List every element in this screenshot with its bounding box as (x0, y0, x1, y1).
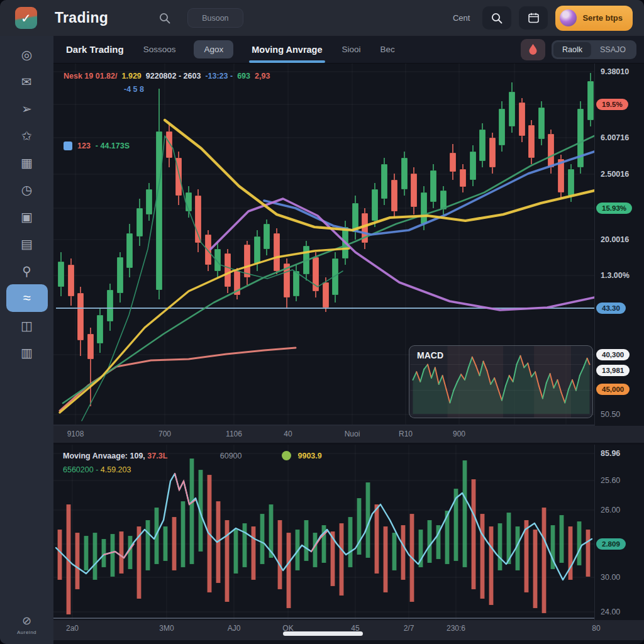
bottom-legend-red: 37.3L (147, 452, 167, 460)
sidebar-item-chat[interactable]: ✉ (0, 68, 53, 95)
tab-auto[interactable]: Agox (194, 40, 233, 58)
axis-time-label: R10 (399, 430, 413, 438)
sidebar-item-panel[interactable]: ▣ (0, 203, 53, 230)
avatar (560, 9, 577, 26)
axis-price-label: 6.00716 (601, 133, 629, 142)
bottom-price-axis: 85.9625.6026.002.80930.0024.00 (594, 445, 644, 620)
sidebar-item-star[interactable]: ✩ (0, 122, 53, 149)
sidebar-item-search[interactable]: ⚲ (0, 257, 53, 284)
axis-price-label: 26.00 (601, 506, 620, 514)
axis-price-label: 2.50016 (601, 170, 629, 179)
user-button-label: Serte btps (582, 13, 623, 23)
bar-chart-icon: ▦ (21, 155, 33, 170)
price-badge: 15.93% (596, 203, 632, 214)
axis-time-label: 40 (284, 430, 292, 438)
axis-time-label: 2/7 (404, 624, 414, 633)
axis-time-label: Nuoi (345, 430, 360, 438)
sidebar-bottom-label: Aureind (0, 630, 53, 635)
price-badge: 43.30 (596, 303, 626, 314)
axis-price-label: 24.00 (601, 608, 620, 616)
legend-value-red: 123 (77, 142, 91, 150)
axis-price-label: 85.96 (601, 449, 620, 458)
legend-seg-1: 1.929 (122, 72, 142, 80)
sidebar-item-trend[interactable]: ➢ (0, 95, 53, 122)
legend-seg-2: 9220802 - 2603 (146, 72, 201, 80)
axis-price-label: 1.3.00% (601, 271, 630, 280)
axis-price-label: 50.50 (601, 410, 620, 419)
bottom-legend-yellow: 9903.9 (298, 452, 322, 460)
search-box-button[interactable]: Busoon (187, 8, 243, 28)
view-toggle: Raolk SSAJO (552, 40, 636, 59)
sidebar-item-clock[interactable]: ◷ (0, 176, 53, 203)
tab-sessions[interactable]: Sossoos (142, 41, 177, 58)
macd-inset-panel[interactable]: MACD (409, 345, 593, 418)
pin-button[interactable] (521, 39, 545, 60)
bottom-legend-green2: 6560200 - (63, 465, 98, 474)
ma-blue (264, 152, 594, 235)
tab-moving-average[interactable]: Moving Anvrage (250, 41, 323, 58)
folder-icon: ▤ (21, 236, 33, 252)
sidebar-item-compass[interactable]: ◎ (0, 41, 53, 68)
axis-time-label: OK (282, 624, 293, 633)
axis-time-label: 1106 (226, 430, 242, 438)
tab-bec[interactable]: Bec (379, 41, 396, 58)
app-logo-icon[interactable]: ✓ (15, 7, 37, 29)
calendar-icon (528, 12, 540, 24)
logo-check-icon: ✓ (21, 11, 31, 26)
chart-workspace: Dark Trading Sossoos Agox Moving Anvrage… (53, 36, 644, 644)
topbar-right-label: Cent (453, 13, 470, 23)
ma-purple (211, 199, 594, 310)
compass-icon: ◎ (21, 47, 32, 62)
axis-time-label: 230:6 (447, 624, 465, 633)
axis-time-label: 2a0 (66, 624, 79, 633)
search-icon: ⚲ (22, 264, 31, 279)
star-icon: ✩ (21, 128, 32, 143)
main-price-axis: 9.3801019.5%6.007162.5001615.93%20.00161… (594, 64, 644, 426)
slash-circle-icon: ⊘ (0, 614, 53, 628)
bottom-legend-yellow2: 4.59.203 (101, 465, 131, 474)
top-bar: ✓ Trading Busoon Cent Serte btps (0, 0, 644, 36)
green-dot-icon (282, 451, 291, 460)
sidebar-item-logout[interactable]: ⊘ Aureind (0, 614, 53, 635)
bottom-legend-gray: 60900 (220, 452, 242, 460)
axis-time-label: AJ0 (228, 624, 241, 633)
legend-seg-5: 2,93 (255, 72, 270, 80)
location-pin-icon (528, 43, 538, 55)
main-chart-legend: Nesk 19 01.82/1.9299220802 - 2603-13:23 … (64, 70, 274, 97)
price-badge: 19.5% (596, 99, 628, 110)
sidebar-item-building[interactable]: ▥ (0, 339, 53, 366)
search-button[interactable] (482, 6, 511, 30)
chat-icon: ✉ (21, 74, 32, 89)
axis-time-label: 900 (453, 430, 465, 438)
toggle-option-raolk[interactable]: Raolk (553, 42, 591, 57)
axis-time-label: 700 (158, 430, 171, 438)
legend-value-green: - 44.173S (96, 142, 130, 150)
legend-swatch-blue (64, 142, 72, 150)
ma-salmon (60, 348, 296, 411)
calendar-button[interactable] (519, 6, 548, 30)
tab-dark-trading[interactable]: Dark Trading (65, 40, 125, 58)
search-icon[interactable] (158, 12, 171, 25)
legend-seg-0: Nesk 19 01.82/ (64, 72, 118, 80)
price-badge: 2.809 (596, 538, 626, 550)
axis-price-label: 30.00 (601, 573, 620, 582)
sidebar-item-briefcase[interactable]: ◫ (0, 312, 53, 339)
axis-time-label: 80 (592, 624, 600, 633)
wave-icon: ≈ (23, 290, 30, 306)
sidebar-item-folder[interactable]: ▤ (0, 230, 53, 257)
panel-icon: ▣ (21, 209, 33, 225)
trend-icon: ➢ (21, 101, 32, 116)
legend-series-item[interactable]: 123 - 44.173S (64, 142, 130, 150)
bottom-chart-legend: Moving Anvaage: 109, 37.3L 60900 9903.9 … (63, 450, 322, 477)
axis-time-label: 45 (351, 624, 359, 633)
briefcase-icon: ◫ (21, 318, 33, 333)
sidebar-item-bar-chart[interactable]: ▦ (0, 149, 53, 176)
sidebar-item-wave[interactable]: ≈ (6, 284, 48, 312)
app-title: Trading (55, 9, 108, 26)
user-account-button[interactable]: Serte btps (555, 6, 633, 31)
tab-stock[interactable]: Siooi (341, 41, 362, 58)
price-badge: 40,300 (596, 349, 630, 360)
chart-tab-bar: Dark Trading Sossoos Agox Moving Anvrage… (53, 36, 644, 64)
toggle-option-ssajo[interactable]: SSAJO (591, 42, 635, 57)
clock-icon: ◷ (21, 182, 32, 197)
